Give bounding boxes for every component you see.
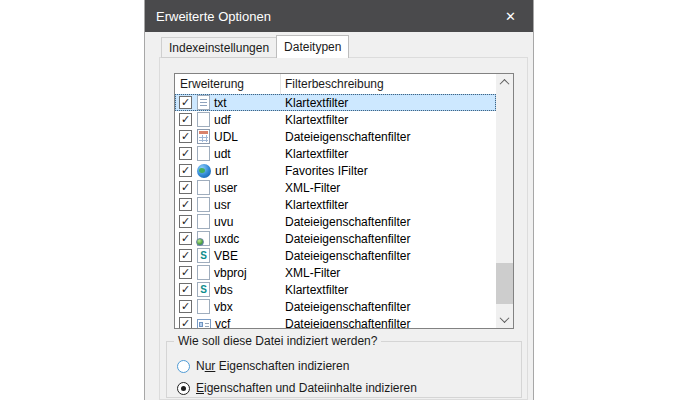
filter-description-label: Klartextfilter — [285, 283, 348, 297]
file-extension-label: uvu — [214, 215, 233, 229]
file-extension-label: user — [214, 181, 237, 195]
filter-description-label: XML-Filter — [285, 266, 340, 280]
blank-document-icon — [197, 180, 210, 195]
file-type-list[interactable]: Erweiterung Filterbeschreibung ✓ txt Kla… — [174, 73, 514, 329]
file-extension-label: url — [215, 164, 228, 178]
scrollbar-thumb[interactable] — [496, 263, 513, 304]
file-type-checkbox[interactable]: ✓ — [179, 181, 192, 194]
list-header: Erweiterung Filterbeschreibung — [175, 74, 496, 94]
file-type-checkbox[interactable]: ✓ — [179, 300, 192, 313]
filter-description-label: Dateieigenschaftenfilter — [285, 232, 410, 246]
advanced-options-dialog: Erweiterte Optionen ✕ Indexeinstellungen… — [144, 0, 534, 400]
file-type-row[interactable]: ✓ usr Klartextfilter — [175, 196, 496, 213]
text-document-icon — [197, 95, 210, 110]
blank-document-icon — [197, 146, 210, 161]
file-type-checkbox[interactable]: ✓ — [179, 164, 192, 177]
file-type-checkbox[interactable]: ✓ — [179, 249, 192, 262]
file-extension-label: txt — [214, 96, 227, 110]
file-type-checkbox[interactable]: ✓ — [179, 232, 192, 245]
file-extension-label: vbx — [214, 300, 233, 314]
file-type-checkbox[interactable]: ✓ — [179, 266, 192, 279]
file-type-row[interactable]: ✓ user XML-Filter — [175, 179, 496, 196]
file-extension-label: udt — [214, 147, 231, 161]
filter-description-label: Dateieigenschaftenfilter — [285, 249, 410, 263]
scroll-up-button[interactable] — [496, 74, 513, 91]
contact-card-icon — [197, 319, 211, 328]
file-type-row[interactable]: ✓ uxdc Dateieigenschaftenfilter — [175, 230, 496, 247]
column-header-filterbeschreibung[interactable]: Filterbeschreibung — [281, 74, 496, 94]
indexing-options-groupbox: Wie soll diese Datei indiziert werden? N… — [166, 341, 522, 398]
chevron-down-icon — [500, 313, 510, 323]
radio-properties-only-label: Nur Eigenschaften indizieren — [196, 359, 349, 373]
filter-description-label: Dateieigenschaftenfilter — [285, 130, 410, 144]
filter-description-label: Klartextfilter — [285, 96, 348, 110]
file-extension-label: usr — [214, 198, 231, 212]
radio-properties-and-contents-label: Eigenschaften und Dateiinhalte indiziere… — [196, 381, 417, 395]
file-type-row[interactable]: ✓ udf Klartextfilter — [175, 111, 496, 128]
filter-description-label: Dateieigenschaftenfilter — [285, 215, 410, 229]
chevron-up-icon — [500, 79, 510, 89]
tab-indexeinstellungen[interactable]: Indexeinstellungen — [161, 37, 277, 58]
file-type-row[interactable]: ✓ udt Klartextfilter — [175, 145, 496, 162]
scroll-down-button[interactable] — [496, 311, 513, 328]
file-type-checkbox[interactable]: ✓ — [179, 283, 192, 296]
radio-unchecked-icon[interactable] — [177, 360, 190, 373]
filter-description-label: Klartextfilter — [285, 147, 348, 161]
file-type-row[interactable]: ✓ uvu Dateieigenschaftenfilter — [175, 213, 496, 230]
file-type-rows: ✓ txt Klartextfilter ✓ udf Klartextfilte… — [175, 94, 496, 328]
file-extension-label: vbs — [214, 283, 233, 297]
data-link-icon — [197, 129, 210, 144]
filter-description-label: Dateieigenschaftenfilter — [285, 317, 410, 329]
filter-description-label: Favorites IFilter — [285, 164, 368, 178]
blank-document-icon — [197, 197, 210, 212]
file-extension-label: vcf — [215, 317, 230, 329]
file-type-row[interactable]: ✓ vbs Klartextfilter — [175, 281, 496, 298]
script-icon — [197, 248, 210, 263]
file-type-row[interactable]: ✓ txt Klartextfilter — [175, 94, 496, 111]
blank-document-icon — [197, 112, 210, 127]
file-type-row[interactable]: ✓ url Favorites IFilter — [175, 162, 496, 179]
file-type-checkbox[interactable]: ✓ — [179, 215, 192, 228]
file-type-checkbox[interactable]: ✓ — [179, 198, 192, 211]
radio-properties-only[interactable]: Nur Eigenschaften indizieren — [177, 359, 349, 373]
globe-icon — [197, 164, 211, 178]
radio-properties-and-contents[interactable]: Eigenschaften und Dateiinhalte indiziere… — [177, 381, 417, 395]
file-type-row[interactable]: ✓ vbproj XML-Filter — [175, 264, 496, 281]
blank-document-icon — [197, 214, 210, 229]
file-extension-label: UDL — [214, 130, 238, 144]
titlebar[interactable]: Erweiterte Optionen ✕ — [145, 0, 533, 32]
file-type-row[interactable]: ✓ VBE Dateieigenschaftenfilter — [175, 247, 496, 264]
file-type-checkbox[interactable]: ✓ — [179, 96, 192, 109]
window-title: Erweiterte Optionen — [145, 9, 488, 24]
tab-bar: Indexeinstellungen Dateitypen — [161, 35, 349, 58]
file-extension-label: vbproj — [214, 266, 247, 280]
file-type-row[interactable]: ✓ UDL Dateieigenschaftenfilter — [175, 128, 496, 145]
file-type-checkbox[interactable]: ✓ — [179, 147, 192, 160]
filter-description-label: Klartextfilter — [285, 113, 348, 127]
file-type-row[interactable]: ✓ vcf Dateieigenschaftenfilter — [175, 315, 496, 328]
column-header-erweiterung[interactable]: Erweiterung — [175, 74, 281, 94]
radio-checked-icon[interactable] — [177, 382, 190, 395]
vertical-scrollbar[interactable] — [496, 74, 513, 328]
tab-dateitypen[interactable]: Dateitypen — [276, 35, 349, 58]
file-type-checkbox[interactable]: ✓ — [179, 130, 192, 143]
filter-description-label: XML-Filter — [285, 181, 340, 195]
document-globe-icon — [197, 231, 210, 246]
file-type-checkbox[interactable]: ✓ — [179, 317, 192, 328]
close-button[interactable]: ✕ — [488, 0, 533, 32]
blank-document-icon — [197, 265, 210, 280]
file-extension-label: uxdc — [214, 232, 239, 246]
script-icon — [197, 282, 210, 297]
filter-description-label: Dateieigenschaftenfilter — [285, 300, 410, 314]
file-extension-label: VBE — [214, 249, 238, 263]
close-icon: ✕ — [505, 9, 516, 24]
filter-description-label: Klartextfilter — [285, 198, 348, 212]
blank-document-icon — [197, 299, 210, 314]
file-type-row[interactable]: ✓ vbx Dateieigenschaftenfilter — [175, 298, 496, 315]
groupbox-legend: Wie soll diese Datei indiziert werden? — [174, 334, 381, 348]
file-type-checkbox[interactable]: ✓ — [179, 113, 192, 126]
file-extension-label: udf — [214, 113, 231, 127]
desktop-background: Erweiterte Optionen ✕ Indexeinstellungen… — [0, 0, 688, 400]
